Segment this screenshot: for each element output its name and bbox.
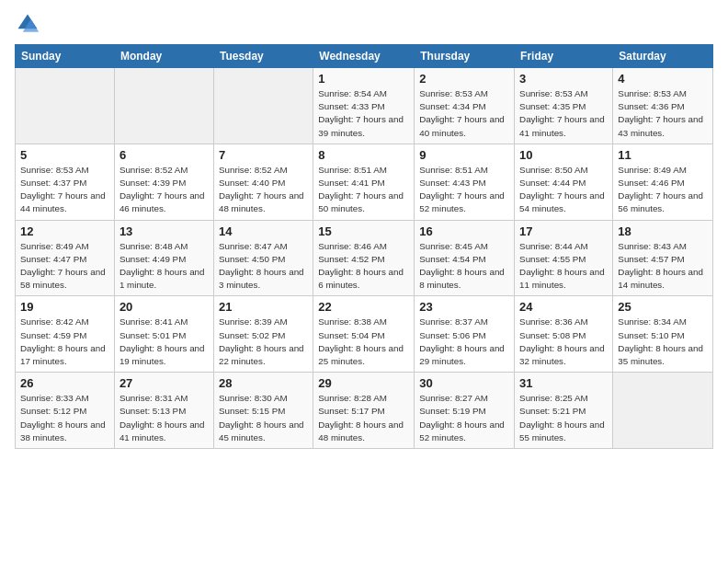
day-info: Sunrise: 8:48 AMSunset: 4:49 PMDaylight:…: [119, 240, 209, 293]
logo: [15, 11, 44, 37]
calendar-cell: 21Sunrise: 8:39 AMSunset: 5:02 PMDayligh…: [213, 296, 313, 373]
day-info: Sunrise: 8:43 AMSunset: 4:57 PMDaylight:…: [618, 240, 708, 293]
weekday-header: Monday: [114, 45, 213, 68]
day-info: Sunrise: 8:51 AMSunset: 4:41 PMDaylight:…: [318, 164, 409, 216]
calendar-cell: [613, 373, 713, 449]
calendar-cell: 12Sunrise: 8:49 AMSunset: 4:47 PMDayligh…: [16, 220, 115, 296]
calendar-cell: 10Sunrise: 8:50 AMSunset: 4:44 PMDayligh…: [515, 144, 613, 220]
day-number: 10: [519, 148, 608, 162]
day-number: 14: [219, 224, 308, 238]
day-number: 23: [419, 300, 509, 314]
day-number: 27: [119, 376, 209, 390]
day-number: 18: [618, 224, 708, 238]
calendar-cell: 28Sunrise: 8:30 AMSunset: 5:15 PMDayligh…: [213, 373, 313, 449]
day-info: Sunrise: 8:25 AMSunset: 5:21 PMDaylight:…: [519, 392, 608, 444]
day-info: Sunrise: 8:28 AMSunset: 5:17 PMDaylight:…: [318, 392, 409, 444]
calendar-cell: 29Sunrise: 8:28 AMSunset: 5:17 PMDayligh…: [313, 373, 415, 449]
day-number: 16: [419, 224, 509, 238]
day-number: 31: [519, 376, 608, 390]
day-info: Sunrise: 8:53 AMSunset: 4:37 PMDaylight:…: [20, 164, 109, 216]
calendar-cell: 26Sunrise: 8:33 AMSunset: 5:12 PMDayligh…: [16, 373, 115, 449]
day-number: 26: [20, 376, 109, 390]
calendar-cell: 16Sunrise: 8:45 AMSunset: 4:54 PMDayligh…: [415, 220, 515, 296]
header: [15, 11, 713, 37]
day-info: Sunrise: 8:54 AMSunset: 4:33 PMDaylight:…: [318, 87, 409, 140]
day-number: 8: [318, 148, 409, 162]
day-number: 5: [20, 148, 109, 162]
day-info: Sunrise: 8:34 AMSunset: 5:10 PMDaylight:…: [618, 316, 708, 368]
calendar-cell: [213, 68, 313, 144]
calendar-cell: 31Sunrise: 8:25 AMSunset: 5:21 PMDayligh…: [515, 373, 613, 449]
logo-icon: [15, 11, 40, 37]
day-info: Sunrise: 8:46 AMSunset: 4:52 PMDaylight:…: [318, 240, 409, 293]
calendar-cell: 30Sunrise: 8:27 AMSunset: 5:19 PMDayligh…: [415, 373, 515, 449]
calendar: SundayMondayTuesdayWednesdayThursdayFrid…: [15, 44, 713, 449]
calendar-cell: 9Sunrise: 8:51 AMSunset: 4:43 PMDaylight…: [415, 144, 515, 220]
day-number: 6: [119, 148, 209, 162]
weekday-header: Saturday: [613, 45, 713, 68]
calendar-cell: 15Sunrise: 8:46 AMSunset: 4:52 PMDayligh…: [313, 220, 415, 296]
day-info: Sunrise: 8:44 AMSunset: 4:55 PMDaylight:…: [519, 240, 608, 293]
calendar-week-row: 5Sunrise: 8:53 AMSunset: 4:37 PMDaylight…: [16, 144, 713, 220]
day-number: 7: [219, 148, 308, 162]
calendar-cell: 1Sunrise: 8:54 AMSunset: 4:33 PMDaylight…: [313, 68, 415, 144]
calendar-cell: 4Sunrise: 8:53 AMSunset: 4:36 PMDaylight…: [613, 68, 713, 144]
day-info: Sunrise: 8:45 AMSunset: 4:54 PMDaylight:…: [419, 240, 509, 293]
day-number: 9: [419, 148, 509, 162]
calendar-cell: 20Sunrise: 8:41 AMSunset: 5:01 PMDayligh…: [114, 296, 213, 373]
day-info: Sunrise: 8:30 AMSunset: 5:15 PMDaylight:…: [219, 392, 308, 444]
day-number: 19: [20, 300, 109, 314]
day-number: 15: [318, 224, 409, 238]
calendar-cell: 13Sunrise: 8:48 AMSunset: 4:49 PMDayligh…: [114, 220, 213, 296]
calendar-cell: 7Sunrise: 8:52 AMSunset: 4:40 PMDaylight…: [213, 144, 313, 220]
day-info: Sunrise: 8:38 AMSunset: 5:04 PMDaylight:…: [318, 316, 409, 368]
day-number: 29: [318, 376, 409, 390]
day-number: 4: [618, 72, 708, 86]
day-number: 24: [519, 300, 608, 314]
calendar-cell: 8Sunrise: 8:51 AMSunset: 4:41 PMDaylight…: [313, 144, 415, 220]
calendar-cell: 5Sunrise: 8:53 AMSunset: 4:37 PMDaylight…: [16, 144, 115, 220]
day-info: Sunrise: 8:50 AMSunset: 4:44 PMDaylight:…: [519, 164, 608, 216]
day-info: Sunrise: 8:53 AMSunset: 4:35 PMDaylight:…: [519, 87, 608, 140]
day-number: 17: [519, 224, 608, 238]
calendar-week-row: 26Sunrise: 8:33 AMSunset: 5:12 PMDayligh…: [16, 373, 713, 449]
day-number: 25: [618, 300, 708, 314]
day-info: Sunrise: 8:41 AMSunset: 5:01 PMDaylight:…: [119, 316, 209, 368]
calendar-cell: 17Sunrise: 8:44 AMSunset: 4:55 PMDayligh…: [515, 220, 613, 296]
day-info: Sunrise: 8:49 AMSunset: 4:47 PMDaylight:…: [20, 240, 109, 293]
day-info: Sunrise: 8:51 AMSunset: 4:43 PMDaylight:…: [419, 164, 509, 216]
calendar-body: 1Sunrise: 8:54 AMSunset: 4:33 PMDaylight…: [16, 68, 713, 449]
day-info: Sunrise: 8:33 AMSunset: 5:12 PMDaylight:…: [20, 392, 109, 444]
calendar-cell: 22Sunrise: 8:38 AMSunset: 5:04 PMDayligh…: [313, 296, 415, 373]
day-info: Sunrise: 8:31 AMSunset: 5:13 PMDaylight:…: [119, 392, 209, 444]
day-number: 30: [419, 376, 509, 390]
calendar-cell: 25Sunrise: 8:34 AMSunset: 5:10 PMDayligh…: [613, 296, 713, 373]
calendar-cell: [16, 68, 115, 144]
weekday-header: Friday: [515, 45, 613, 68]
day-info: Sunrise: 8:49 AMSunset: 4:46 PMDaylight:…: [618, 164, 708, 216]
calendar-cell: 6Sunrise: 8:52 AMSunset: 4:39 PMDaylight…: [114, 144, 213, 220]
weekday-header: Thursday: [415, 45, 515, 68]
day-number: 20: [119, 300, 209, 314]
day-number: 12: [20, 224, 109, 238]
calendar-cell: 27Sunrise: 8:31 AMSunset: 5:13 PMDayligh…: [114, 373, 213, 449]
day-info: Sunrise: 8:53 AMSunset: 4:34 PMDaylight:…: [419, 87, 509, 140]
day-number: 21: [219, 300, 308, 314]
weekday-row: SundayMondayTuesdayWednesdayThursdayFrid…: [16, 45, 713, 68]
calendar-cell: 19Sunrise: 8:42 AMSunset: 4:59 PMDayligh…: [16, 296, 115, 373]
day-info: Sunrise: 8:42 AMSunset: 4:59 PMDaylight:…: [20, 316, 109, 368]
weekday-header: Sunday: [16, 45, 115, 68]
day-info: Sunrise: 8:52 AMSunset: 4:40 PMDaylight:…: [219, 164, 308, 216]
page: SundayMondayTuesdayWednesdayThursdayFrid…: [0, 0, 728, 563]
day-number: 1: [318, 72, 409, 86]
day-number: 2: [419, 72, 509, 86]
calendar-cell: 24Sunrise: 8:36 AMSunset: 5:08 PMDayligh…: [515, 296, 613, 373]
calendar-cell: 11Sunrise: 8:49 AMSunset: 4:46 PMDayligh…: [613, 144, 713, 220]
day-number: 28: [219, 376, 308, 390]
calendar-week-row: 19Sunrise: 8:42 AMSunset: 4:59 PMDayligh…: [16, 296, 713, 373]
day-info: Sunrise: 8:37 AMSunset: 5:06 PMDaylight:…: [419, 316, 509, 368]
calendar-cell: 14Sunrise: 8:47 AMSunset: 4:50 PMDayligh…: [213, 220, 313, 296]
calendar-cell: [114, 68, 213, 144]
calendar-week-row: 12Sunrise: 8:49 AMSunset: 4:47 PMDayligh…: [16, 220, 713, 296]
calendar-header: SundayMondayTuesdayWednesdayThursdayFrid…: [16, 45, 713, 68]
